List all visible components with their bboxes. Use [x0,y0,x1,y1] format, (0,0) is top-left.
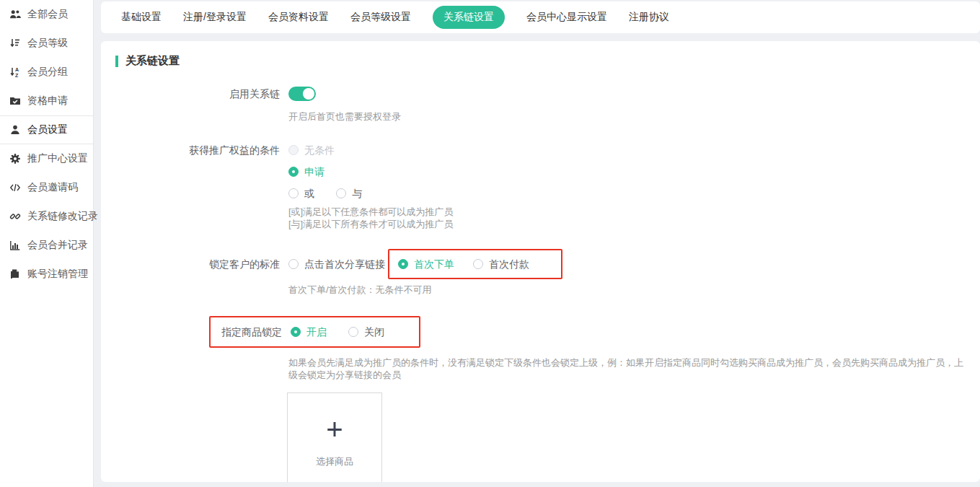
tab-register-agreement[interactable]: 注册协议 [629,11,669,24]
sidebar-item-account-cancel[interactable]: 账号注销管理 [0,260,93,289]
sidebar-item-label: 会员邀请码 [27,181,78,194]
radio-and[interactable]: 与 [336,186,362,201]
title-accent-bar [115,56,118,67]
folder-check-icon [9,95,21,107]
sidebar-item-member-settings[interactable]: 会员设置 [0,115,93,144]
row-enable-chain: 启用关系链 开启后首页也需要授权登录 [115,87,966,123]
sidebar-item-chain-log[interactable]: 关系链修改记录 [0,202,93,231]
sidebar-item-label: 会员等级 [27,37,68,50]
enable-chain-toggle[interactable] [288,87,316,101]
radio-dot [398,259,408,269]
sidebar-item-member-level[interactable]: 会员等级 [0,29,93,58]
radio-label: 申请 [304,164,325,179]
radio-first-order[interactable]: 首次下单 [398,257,454,271]
row-promotion-condition: 获得推广权益的条件 无条件 申请 或 [115,143,966,230]
radio-dot [473,259,483,269]
radio-label: 关闭 [364,325,384,339]
tab-member-level[interactable]: 会员等级设置 [350,11,411,24]
radio-dot [291,327,301,337]
select-product-button[interactable]: + 选择商品 [287,392,382,482]
enable-chain-helper: 开启后首页也需要授权登录 [288,110,401,123]
svg-text:A: A [15,67,19,72]
sort-amount-icon [9,38,21,49]
section-title-text: 关系链设置 [125,54,180,68]
radio-dot [348,327,358,337]
sidebar-item-label: 全部会员 [27,8,68,21]
sidebar-item-label: 会员分组 [27,66,68,79]
sidebar-item-member-group[interactable]: AZ 会员分组 [0,58,93,87]
radio-label: 首次下单 [414,257,454,271]
sidebar-item-label: 会员合并记录 [27,239,88,252]
relationship-chain-settings-panel: 关系链设置 启用关系链 开启后首页也需要授权登录 获得推广权益的条件 无条件 [101,41,980,482]
users-icon [9,9,21,20]
radio-label: 开启 [306,325,327,339]
file-icon [9,268,21,280]
radio-dot [288,188,299,198]
annotation-red-box: 指定商品锁定 开启 关闭 [209,316,420,348]
settings-tabbar: 基础设置 注册/登录设置 会员资料设置 会员等级设置 关系链设置 会员中心显示设… [101,1,980,33]
sidebar-item-label: 关系链修改记录 [27,210,98,223]
promotion-condition-label: 获得推广权益的条件 [115,143,280,157]
radio-first-payment[interactable]: 首次付款 [473,257,529,271]
product-lock-description: 如果会员先满足成为推广员的条件时，没有满足锁定下级条件也会锁定上级，例：如果开启… [288,356,966,381]
sidebar-item-label: 账号注销管理 [27,268,88,281]
radio-label: 无条件 [304,143,335,157]
radio-dot [288,145,299,155]
chart-icon [9,240,21,251]
lock-standard-helper: 首次下单/首次付款：无条件不可用 [288,284,966,296]
sort-alpha-icon: AZ [9,66,21,78]
row-product-lock: 指定商品锁定 开启 关闭 [115,316,966,348]
sidebar-item-merge-log[interactable]: 会员合并记录 [0,231,93,260]
row-lock-standard: 锁定客户的标准 点击首次分享链接 首次下单 首次付款 [115,249,966,279]
radio-dot [288,167,299,177]
sidebar: 全部会员 会员等级 AZ 会员分组 资格申请 会员设置 推广中心设置 会员邀请码… [0,0,94,487]
radio-label: 首次付款 [489,257,529,271]
code-icon [9,182,21,193]
radio-dot [336,188,346,198]
user-icon [9,124,21,136]
link-icon [9,211,21,222]
radio-product-lock-on[interactable]: 开启 [291,325,327,339]
radio-product-lock-off[interactable]: 关闭 [348,325,384,339]
radio-first-share-click[interactable]: 点击首次分享链接 [288,257,385,271]
sidebar-item-label: 资格申请 [27,95,68,108]
sidebar-item-label: 推广中心设置 [27,152,88,165]
radio-label: 点击首次分享链接 [304,257,385,271]
lock-standard-label: 锁定客户的标准 [115,257,280,271]
tab-relationship-chain[interactable]: 关系链设置 [433,6,505,29]
section-title: 关系链设置 [115,54,966,68]
sidebar-item-invite-code[interactable]: 会员邀请码 [0,173,93,202]
radio-no-condition[interactable]: 无条件 [288,143,335,157]
select-product-label: 选择商品 [316,455,353,468]
plus-icon: + [326,415,343,444]
tab-member-center-display[interactable]: 会员中心显示设置 [526,11,607,24]
product-lock-label: 指定商品锁定 [221,325,282,339]
condition-or-helper: [或]满足以下任意条件都可以成为推广员 [288,206,453,218]
toggle-knob [303,88,314,100]
sidebar-item-all-members[interactable]: 全部会员 [0,0,93,29]
radio-dot [288,259,299,269]
tab-register-login[interactable]: 注册/登录设置 [183,11,247,24]
radio-label: 或 [304,186,314,201]
radio-label: 与 [352,186,362,201]
sidebar-item-qualification[interactable]: 资格申请 [0,87,93,115]
tab-basic-settings[interactable]: 基础设置 [121,11,162,24]
sidebar-item-label: 会员设置 [27,123,68,136]
tab-member-profile[interactable]: 会员资料设置 [268,11,329,24]
sidebar-item-promotion-center[interactable]: 推广中心设置 [0,144,93,173]
condition-and-helper: [与]满足以下所有条件才可以成为推广员 [288,218,453,230]
radio-apply[interactable]: 申请 [288,164,325,179]
svg-text:Z: Z [15,73,19,78]
annotation-red-box: 首次下单 首次付款 [388,249,562,279]
radio-or[interactable]: 或 [288,186,314,201]
gear-icon [9,153,21,164]
enable-chain-label: 启用关系链 [115,87,280,101]
